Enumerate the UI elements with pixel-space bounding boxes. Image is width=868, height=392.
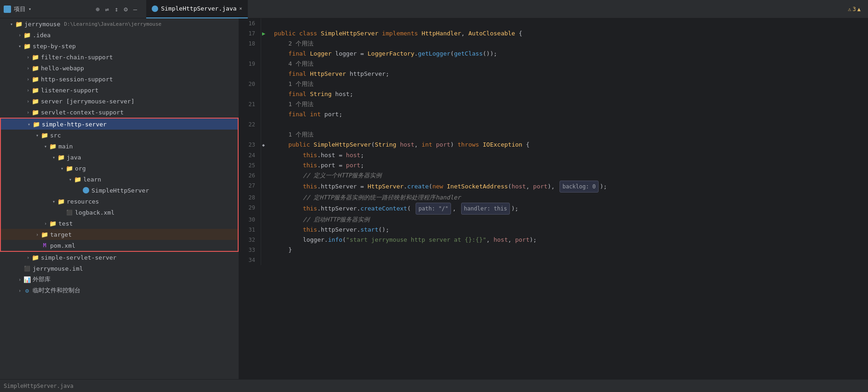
- line-num-24: 24: [239, 150, 261, 160]
- folder-icon-resources: 📁: [57, 198, 65, 205]
- arrow-external-libs: ›: [17, 277, 23, 282]
- settings-icon[interactable]: ⚙: [124, 6, 127, 13]
- line-num-20: 20: [239, 79, 261, 99]
- code-content-28: // 定HTTP服务器实例的统一路径映射和处理程序handler: [270, 193, 868, 203]
- folder-icon-listener: 📁: [31, 87, 40, 93]
- tree-item-resources[interactable]: ▾ 📁 resources: [1, 196, 238, 207]
- tree-item-test[interactable]: › 📁 test: [1, 218, 238, 229]
- code-line-34: 34: [239, 255, 868, 265]
- tree-item-listener[interactable]: › 📁 listener-support: [0, 85, 239, 96]
- label-jerrymouse-iml: jerrymouse.iml: [33, 265, 83, 272]
- tab-close-button[interactable]: ×: [240, 6, 242, 11]
- gutter-29: [261, 203, 270, 215]
- tree-item-java[interactable]: ▾ 📁 java: [1, 152, 238, 163]
- gutter-27: [261, 181, 270, 193]
- tree-item-org[interactable]: ▾ 📁 org: [1, 163, 238, 174]
- tree-item-servlet-context[interactable]: › 📁 servlet-context-support: [0, 107, 239, 118]
- tree-item-simple-http-server[interactable]: ▾ 📁 simple-http-server: [1, 119, 238, 130]
- tree-item-http-session[interactable]: › 📁 http-session-support: [0, 74, 239, 85]
- warning-expand[interactable]: ▲: [857, 6, 861, 12]
- tree-item-simplehttpserver[interactable]: SimpleHttpServer: [1, 185, 238, 196]
- project-dropdown-arrow[interactable]: ▾: [29, 6, 31, 11]
- code-line-17: 17 ▶ public class SimpleHttpServer imple…: [239, 28, 868, 39]
- java-file-icon: [82, 187, 90, 193]
- label-org: org: [75, 165, 86, 172]
- tree-item-scratch[interactable]: › ⚙ 临时文件和控制台: [0, 285, 239, 296]
- warning-badge: ⚠ 3 ▲: [848, 6, 861, 12]
- tree-item-jerrymouse-iml[interactable]: ⬛ jerrymouse.iml: [0, 263, 239, 274]
- tree-item-idea[interactable]: › 📁 .idea: [0, 29, 239, 40]
- code-content-27: this.httpServer = HttpServer.create(new …: [270, 181, 868, 193]
- code-line-27: 27 this.httpServer = HttpServer.create(n…: [239, 181, 868, 193]
- code-content-17: public class SimpleHttpServer implements…: [270, 28, 868, 39]
- folder-icon-learn: 📁: [74, 176, 82, 182]
- folder-icon-target: 📁: [40, 231, 49, 238]
- project-section: 项目 ▾: [4, 5, 86, 13]
- folder-icon-idea: 📁: [23, 32, 31, 38]
- tree-item-main[interactable]: ▾ 📁 main: [1, 141, 238, 152]
- gutter-18: [261, 39, 270, 59]
- gutter-32: [261, 235, 270, 245]
- tab-simplehttpserver[interactable]: SimpleHttpServer.java ×: [146, 0, 247, 18]
- code-line-22: 22: [239, 119, 868, 130]
- tree-item-server[interactable]: › 📁 server [jerrymouse-server]: [0, 96, 239, 107]
- arrow-filter-chain: ›: [25, 55, 31, 60]
- line-num-32: 32: [239, 235, 261, 245]
- code-line-29: 29 this.httpServer.createContext( path: …: [239, 203, 868, 215]
- line-num-23: 23: [239, 140, 261, 150]
- tree-item-learn[interactable]: ▾ 📁 learn: [1, 174, 238, 185]
- arrow-main: ▾: [42, 144, 49, 149]
- code-area[interactable]: 16 17 ▶ public class SimpleHttpServer im…: [239, 18, 868, 379]
- tree-item-external-libs[interactable]: › 📊 外部库: [0, 274, 239, 285]
- project-icon: [4, 6, 11, 13]
- folder-icon-server: 📁: [31, 98, 40, 104]
- gutter-30: [261, 215, 270, 225]
- tree-item-jerrymouse[interactable]: ▾ 📁 jerrymouse D:\Learning\JavaLearn\jer…: [0, 18, 239, 29]
- tree-item-target[interactable]: › 📁 target: [1, 229, 238, 240]
- code-content-30: // 启动HTTP服务器实例: [270, 215, 868, 225]
- code-content-22: [270, 119, 868, 130]
- gutter-22: [261, 119, 270, 130]
- tree-item-logback[interactable]: ⬛ logback.xml: [1, 207, 238, 218]
- line-num-19: 19: [239, 59, 261, 79]
- code-line-23: 23 ◆ public SimpleHttpServer(String host…: [239, 140, 868, 150]
- gutter-20: [261, 79, 270, 99]
- label-external-libs: 外部库: [33, 275, 51, 284]
- tree-item-filter-chain[interactable]: › 📁 filter-chain-support: [0, 51, 239, 62]
- label-listener: listener-support: [41, 87, 98, 94]
- tree-item-simple-servlet-server[interactable]: › 📁 simple-servlet-server: [0, 252, 239, 263]
- globe-icon[interactable]: ⊕: [96, 6, 99, 13]
- gutter-34: [261, 255, 270, 265]
- line-num-22b: [239, 130, 261, 140]
- bottom-left: SimpleHttpServer.java: [4, 383, 74, 389]
- project-label[interactable]: 项目: [14, 5, 26, 13]
- arrow-idea: ›: [17, 33, 23, 38]
- top-bar: 项目 ▾ ⊕ ⇌ ↕ ⚙ — SimpleHttpServer.java × ⚠…: [0, 0, 868, 18]
- lib-icon: 📊: [23, 276, 31, 283]
- gutter-21: [261, 99, 270, 119]
- bottom-bar: SimpleHttpServer.java: [0, 379, 868, 392]
- equalizer-icon[interactable]: ⇌: [105, 6, 108, 13]
- code-content-19: 4 个用法 final HttpServer httpServer;: [270, 59, 868, 79]
- tree-item-src[interactable]: ▾ 📁 src: [1, 130, 238, 141]
- label-src: src: [50, 132, 61, 139]
- code-content-34: [270, 255, 868, 265]
- code-content-31: this.httpServer.start();: [270, 225, 868, 235]
- arrow-org: ▾: [59, 166, 65, 171]
- gutter-31: [261, 225, 270, 235]
- red-border-selection: ▾ 📁 simple-http-server ▾ 📁 src ▾ 📁 main …: [0, 118, 239, 252]
- line-num-28: 28: [239, 193, 261, 203]
- run-gutter-icon[interactable]: ▶: [262, 30, 265, 37]
- label-step-by-step: step-by-step: [33, 43, 76, 50]
- folder-icon-hello-webapp: 📁: [31, 65, 40, 71]
- code-line-25: 25 this.port = port;: [239, 160, 868, 170]
- path-jerrymouse: D:\Learning\JavaLearn\jerrymouse: [64, 21, 161, 27]
- gutter-26: [261, 170, 270, 181]
- sort-icon[interactable]: ↕: [114, 6, 118, 13]
- minus-icon[interactable]: —: [133, 6, 137, 13]
- tree-item-hello-webapp[interactable]: › 📁 hello-webapp: [0, 62, 239, 74]
- code-line-30: 30 // 启动HTTP服务器实例: [239, 215, 868, 225]
- tree-item-pom[interactable]: M pom.xml: [1, 240, 238, 251]
- tree-item-step-by-step[interactable]: ▾ 📁 step-by-step: [0, 40, 239, 51]
- arrow-step-by-step: ▾: [17, 44, 23, 49]
